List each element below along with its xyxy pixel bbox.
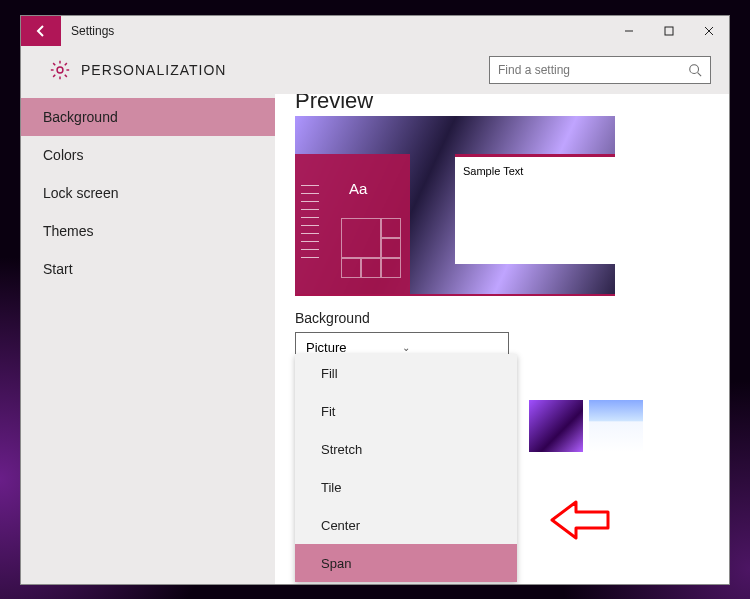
background-label: Background (295, 310, 709, 326)
svg-point-2 (57, 67, 63, 73)
svg-line-10 (53, 75, 55, 77)
sidebar-item-label: Start (43, 261, 73, 277)
fit-option-label: Fill (321, 366, 338, 381)
fit-option-tile[interactable]: Tile (295, 468, 517, 506)
sample-window-text: Sample Text (463, 165, 523, 177)
sidebar-item-label: Themes (43, 223, 94, 239)
content-pane: Preview Aa Sample Text Background (275, 94, 729, 584)
svg-line-9 (65, 63, 67, 65)
preview-sample-window: Sample Text (455, 154, 615, 264)
preview-thumbnail: Aa Sample Text (295, 116, 615, 296)
fit-option-span[interactable]: Span (295, 544, 517, 582)
minimize-button[interactable] (609, 16, 649, 46)
maximize-button[interactable] (649, 16, 689, 46)
app-title: Settings (61, 16, 124, 46)
fit-option-fill[interactable]: Fill (295, 354, 517, 392)
arrow-left-icon (548, 500, 610, 540)
thumbnail-2[interactable] (589, 400, 643, 452)
preview-heading: Preview (295, 94, 709, 110)
fit-option-label: Span (321, 556, 351, 571)
settings-window: Settings PERSONALIZATION Find a setting (20, 15, 730, 585)
search-placeholder: Find a setting (498, 63, 688, 77)
fit-option-label: Stretch (321, 442, 362, 457)
close-button[interactable] (689, 16, 729, 46)
svg-line-8 (65, 75, 67, 77)
svg-line-7 (53, 63, 55, 65)
sidebar-item-lockscreen[interactable]: Lock screen (21, 174, 275, 212)
titlebar: Settings (21, 16, 729, 46)
svg-rect-1 (665, 27, 673, 35)
svg-line-12 (698, 73, 702, 77)
fit-option-label: Fit (321, 404, 335, 419)
gear-icon (49, 59, 71, 81)
sidebar: Background Colors Lock screen Themes Sta… (21, 94, 275, 584)
section-title: PERSONALIZATION (81, 62, 226, 78)
fit-dropdown-list: Fill Fit Stretch Tile Center Span (295, 354, 517, 582)
svg-point-11 (690, 65, 699, 74)
sidebar-item-label: Colors (43, 147, 83, 163)
fit-option-label: Center (321, 518, 360, 533)
recent-thumbnails (529, 400, 643, 452)
fit-option-label: Tile (321, 480, 341, 495)
back-button[interactable] (21, 16, 61, 46)
preview-font-sample: Aa (349, 180, 367, 197)
background-dropdown-value: Picture (306, 340, 402, 355)
preview-start-overlay: Aa (295, 154, 410, 294)
arrow-left-icon (33, 23, 49, 39)
maximize-icon (664, 26, 674, 36)
sidebar-item-themes[interactable]: Themes (21, 212, 275, 250)
body: Background Colors Lock screen Themes Sta… (21, 94, 729, 584)
sidebar-item-colors[interactable]: Colors (21, 136, 275, 174)
fit-option-fit[interactable]: Fit (295, 392, 517, 430)
fit-option-center[interactable]: Center (295, 506, 517, 544)
header: PERSONALIZATION Find a setting (21, 46, 729, 94)
fit-option-stretch[interactable]: Stretch (295, 430, 517, 468)
thumbnail-1[interactable] (529, 400, 583, 452)
chevron-down-icon: ⌄ (402, 342, 498, 353)
search-icon (688, 63, 702, 77)
minimize-icon (624, 26, 634, 36)
sidebar-item-label: Background (43, 109, 118, 125)
search-input[interactable]: Find a setting (489, 56, 711, 84)
sidebar-item-background[interactable]: Background (21, 98, 275, 136)
sidebar-item-start[interactable]: Start (21, 250, 275, 288)
close-icon (704, 26, 714, 36)
sidebar-item-label: Lock screen (43, 185, 118, 201)
annotation-arrow (548, 500, 610, 544)
